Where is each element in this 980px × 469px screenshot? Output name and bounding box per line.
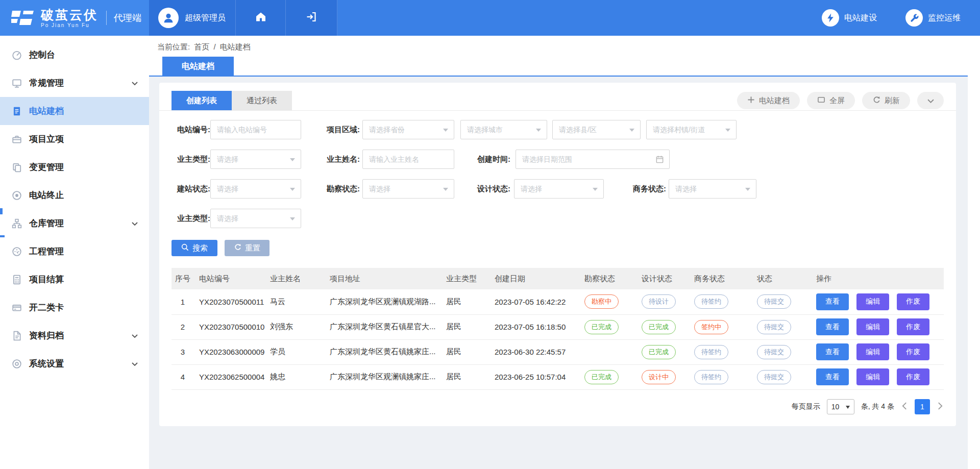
user-name: 超级管理员 [185, 13, 226, 23]
district-select[interactable]: 请选择县/区 [552, 120, 641, 139]
settings-icon [11, 358, 22, 369]
filter-row-2: 业主类型: 请选择 业主姓名: 创建时间: [159, 150, 956, 169]
breadcrumb-separator: / [214, 42, 216, 51]
col-business-status: 商务状态 [689, 268, 752, 289]
monitor-icon [11, 78, 22, 89]
sidebar-item-project-initiation[interactable]: 项目立项 [0, 125, 149, 153]
create-time-input[interactable] [516, 155, 655, 163]
view-button[interactable]: 查看 [816, 343, 849, 360]
col-owner-name: 业主姓名 [265, 268, 325, 289]
sidebar-item-open-card[interactable]: 开二类卡 [0, 293, 149, 322]
content-card: 创建列表 通过列表 电站建档 全屏 刷新 电站编号: 项目区域: [159, 83, 956, 426]
home-button[interactable] [236, 0, 286, 36]
plus-icon [747, 96, 755, 105]
user-menu[interactable]: 超级管理员 [149, 0, 236, 36]
nav-station-build[interactable]: 电站建设 [822, 9, 877, 27]
status-badge: 勘察中 [584, 294, 619, 309]
view-button[interactable]: 查看 [816, 368, 849, 385]
breadcrumb-home-link[interactable]: 首页 [194, 42, 209, 51]
search-icon [181, 243, 189, 253]
prev-page-button[interactable] [901, 401, 908, 412]
edit-button[interactable]: 编辑 [856, 318, 889, 335]
status-badge: 待提交 [757, 320, 791, 334]
search-button[interactable]: 搜索 [172, 240, 217, 256]
lightning-icon [822, 9, 839, 27]
logo[interactable]: 破茧云伏 Po Jian Yun Fu 代理端 [0, 0, 149, 36]
town-select[interactable]: 请选择村镇/街道 [646, 120, 737, 139]
owner-type2-select[interactable]: 请选择 [210, 209, 301, 228]
sidebar-item-station-archive[interactable]: 电站建档 [0, 97, 149, 125]
per-page-select[interactable]: 10 [827, 399, 854, 414]
region-label: 项目区域: [318, 120, 360, 139]
sidebar-item-data-archive[interactable]: 资料归档 [0, 322, 149, 350]
status-badge: 已完成 [584, 320, 619, 334]
sidebar-item-station-terminate[interactable]: 电站终止 [0, 181, 149, 209]
create-time-label: 创建时间: [476, 150, 510, 169]
breadcrumb: 当前位置: 首页 / 电站建档 [157, 42, 253, 52]
col-station-code: 电站编号 [194, 268, 265, 289]
sidebar-item-warehouse-mgmt[interactable]: 仓库管理 [0, 209, 149, 237]
copy-icon [11, 162, 22, 173]
add-station-button[interactable]: 电站建档 [737, 92, 800, 109]
chevron-down-icon [132, 219, 138, 228]
sidebar-item-engineering-mgmt[interactable]: 工程管理 [0, 237, 149, 265]
meter-icon [11, 246, 22, 257]
chevron-down-icon [927, 96, 934, 105]
view-button[interactable]: 查看 [816, 293, 849, 310]
home-icon [255, 11, 267, 25]
status-badge: 待设计 [642, 294, 676, 309]
sidebar-item-console[interactable]: 控制台 [0, 41, 149, 69]
edit-button[interactable]: 编辑 [856, 368, 889, 385]
build-status-select[interactable]: 请选择 [210, 179, 301, 199]
station-code-input[interactable] [210, 120, 301, 139]
nav-monitor-ops[interactable]: 监控运维 [905, 9, 961, 27]
logout-button[interactable] [286, 0, 337, 36]
design-status-select[interactable]: 请选择 [514, 179, 604, 199]
reset-button[interactable]: 重置 [225, 240, 270, 256]
col-created: 创建日期 [489, 268, 579, 289]
main-area: 当前位置: 首页 / 电站建档 电站建档 创建列表 通过列表 电站建档 全屏 刷… [149, 36, 968, 469]
void-button[interactable]: 作废 [897, 343, 929, 360]
sidebar-item-project-settlement[interactable]: 项目结算 [0, 265, 149, 293]
tab-create-list[interactable]: 创建列表 [172, 91, 232, 110]
edit-button[interactable]: 编辑 [856, 293, 889, 310]
next-page-button[interactable] [937, 401, 944, 412]
create-time-range-picker[interactable] [516, 150, 670, 169]
scrollbar-track[interactable] [968, 36, 980, 469]
status-badge: 待提交 [757, 370, 791, 384]
pagination: 每页显示 10 条, 共 4 条 1 [792, 398, 944, 415]
void-button[interactable]: 作废 [897, 318, 929, 335]
fullscreen-button[interactable]: 全屏 [807, 92, 855, 109]
page-tab-station-archive[interactable]: 电站建档 [162, 57, 234, 76]
tab-passed-list[interactable]: 通过列表 [232, 91, 292, 110]
status-badge: 已完成 [584, 370, 619, 384]
business-status-select[interactable]: 请选择 [669, 179, 756, 199]
card-icon [11, 302, 22, 313]
void-button[interactable]: 作废 [897, 293, 929, 310]
status-badge: 待签约 [694, 294, 728, 309]
calculator-icon [11, 274, 22, 285]
province-select[interactable]: 请选择省份 [362, 120, 454, 139]
breadcrumb-bar: 当前位置: 首页 / 电站建档 电站建档 [149, 36, 968, 77]
collapse-toolbar-button[interactable] [917, 92, 944, 109]
tabs-divider [159, 110, 956, 111]
current-page[interactable]: 1 [915, 399, 930, 414]
sidebar-item-change-mgmt[interactable]: 变更管理 [0, 153, 149, 181]
sidebar-item-system-settings[interactable]: 系统设置 [0, 350, 149, 378]
sitemap-icon [11, 218, 22, 229]
edit-button[interactable]: 编辑 [856, 343, 889, 360]
design-status-label: 设计状态: [474, 179, 510, 199]
status-badge: 待签约 [694, 345, 728, 359]
view-button[interactable]: 查看 [816, 318, 849, 335]
void-button[interactable]: 作废 [897, 368, 929, 385]
table-row: 1 YX2023070500011 马云 广东深圳龙华区观澜镇观湖路... 居民… [172, 289, 944, 314]
sidebar-scroll-mark [0, 208, 3, 214]
owner-name-input[interactable] [362, 150, 454, 169]
top-header: 破茧云伏 Po Jian Yun Fu 代理端 超级管理员 [0, 0, 980, 36]
survey-status-select[interactable]: 请选择 [362, 179, 454, 199]
sidebar-item-general-mgmt[interactable]: 常规管理 [0, 69, 149, 97]
city-select[interactable]: 请选择城市 [460, 120, 547, 139]
refresh-button[interactable]: 刷新 [862, 92, 910, 109]
status-badge: 待签约 [694, 370, 728, 384]
owner-type-select[interactable]: 请选择 [210, 150, 301, 169]
